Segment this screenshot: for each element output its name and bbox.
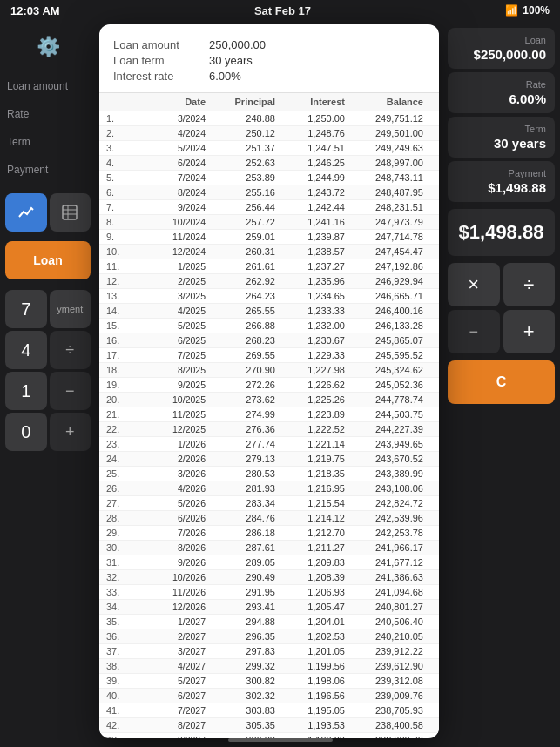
center-content: Loan amount 250,000.00 Loan term 30 year… bbox=[96, 21, 442, 747]
cell-date: 11/2025 bbox=[136, 409, 206, 420]
status-day: Sat Feb 17 bbox=[254, 4, 311, 17]
cell-balance: 243,670.52 bbox=[345, 454, 423, 464]
cell-interest: 1,247.51 bbox=[275, 143, 345, 153]
minus-button[interactable]: − bbox=[448, 310, 500, 353]
cell-interest: 1,225.26 bbox=[275, 394, 345, 405]
cell-principal: 248.88 bbox=[206, 113, 275, 124]
cell-principal: 277.74 bbox=[206, 439, 275, 449]
cell-num: 43. bbox=[106, 735, 136, 738]
table-row: 20. 10/2025 273.62 1,225.26 244,778.74 bbox=[99, 393, 439, 407]
plus-left-button[interactable]: + bbox=[50, 413, 91, 451]
table-row: 33. 11/2026 291.95 1,206.93 241,094.68 bbox=[99, 585, 439, 600]
cell-principal: 273.62 bbox=[206, 394, 275, 405]
cell-interest: 1,229.33 bbox=[275, 350, 345, 360]
cell-principal: 269.55 bbox=[206, 350, 275, 360]
cell-interest: 1,201.05 bbox=[275, 646, 345, 656]
cell-balance: 247,973.79 bbox=[345, 217, 423, 227]
cell-balance: 249,501.00 bbox=[345, 128, 423, 138]
cell-date: 8/2026 bbox=[136, 542, 206, 553]
cell-interest: 1,223.89 bbox=[275, 409, 345, 420]
cell-principal: 274.99 bbox=[206, 409, 275, 420]
payment-right: $1,498.88 bbox=[456, 180, 546, 195]
table-view-button[interactable] bbox=[50, 193, 91, 232]
clear-button[interactable]: C bbox=[448, 360, 555, 404]
cell-interest: 1,212.70 bbox=[275, 528, 345, 538]
cell-principal: 252.63 bbox=[206, 158, 275, 168]
cell-principal: 300.82 bbox=[206, 676, 275, 686]
cell-date: 9/2024 bbox=[136, 202, 206, 212]
cell-principal: 283.34 bbox=[206, 498, 275, 508]
cell-num: 8. bbox=[106, 217, 136, 227]
cell-num: 29. bbox=[106, 528, 136, 538]
cell-num: 31. bbox=[106, 557, 136, 568]
cell-interest: 1,241.16 bbox=[275, 217, 345, 227]
payment-box: Payment $1,498.88 bbox=[448, 161, 555, 202]
loan-term-modal-value: 30 years bbox=[209, 54, 253, 67]
cell-date: 8/2024 bbox=[136, 187, 206, 198]
minus-left-button[interactable]: − bbox=[50, 372, 91, 410]
cell-principal: 286.18 bbox=[206, 528, 275, 538]
num-4-button[interactable]: 4 bbox=[5, 331, 47, 369]
cell-date: 7/2024 bbox=[136, 172, 206, 183]
cell-num: 12. bbox=[106, 276, 136, 286]
loan-button[interactable]: Loan bbox=[5, 241, 91, 279]
cell-balance: 244,503.75 bbox=[345, 409, 423, 420]
cell-num: 15. bbox=[106, 320, 136, 331]
cell-balance: 243,949.65 bbox=[345, 439, 423, 449]
left-sidebar: ⚙️ Loan amount Rate Term Payment bbox=[0, 21, 96, 747]
divide-button[interactable]: ÷ bbox=[503, 263, 556, 306]
cell-interest: 1,195.05 bbox=[275, 705, 345, 716]
cell-interest: 1,238.57 bbox=[275, 246, 345, 257]
rate-right: 6.00% bbox=[456, 91, 546, 106]
num-7-button[interactable]: 7 bbox=[5, 290, 47, 328]
cell-balance: 248,743.11 bbox=[345, 172, 423, 183]
table-row: 28. 6/2026 284.76 1,214.12 242,539.96 bbox=[99, 511, 439, 526]
cell-balance: 239,912.22 bbox=[345, 646, 423, 656]
num-0-button[interactable]: 0 bbox=[5, 413, 47, 451]
cell-balance: 238,400.58 bbox=[345, 720, 423, 730]
cell-num: 7. bbox=[106, 202, 136, 212]
cell-date: 11/2024 bbox=[136, 232, 206, 242]
cell-num: 37. bbox=[106, 646, 136, 656]
table-row: 29. 7/2026 286.18 1,212.70 242,253.78 bbox=[99, 526, 439, 541]
right-sidebar: Loan $250,000.00 Rate 6.00% Term 30 year… bbox=[442, 21, 560, 747]
table-row: 14. 4/2025 265.55 1,233.33 246,400.16 bbox=[99, 304, 439, 319]
cell-num: 14. bbox=[106, 306, 136, 316]
cell-principal: 253.89 bbox=[206, 172, 275, 183]
cell-principal: 270.90 bbox=[206, 365, 275, 375]
cell-interest: 1,216.95 bbox=[275, 483, 345, 494]
table-row: 39. 5/2027 300.82 1,198.06 239,312.08 bbox=[99, 674, 439, 689]
payment-display-small: yment bbox=[50, 290, 91, 328]
multiply-button[interactable]: × bbox=[448, 263, 500, 306]
cell-date: 3/2025 bbox=[136, 291, 206, 301]
table-row: 27. 5/2026 283.34 1,215.54 242,824.72 bbox=[99, 496, 439, 511]
col-header-num bbox=[106, 97, 136, 107]
cell-balance: 244,778.74 bbox=[345, 394, 423, 405]
plus-button[interactable]: + bbox=[503, 310, 556, 353]
cell-balance: 241,094.68 bbox=[345, 587, 423, 597]
amort-table-body[interactable]: 1. 3/2024 248.88 1,250.00 249,751.12 2. … bbox=[99, 111, 439, 738]
cell-interest: 1,248.76 bbox=[275, 128, 345, 138]
cell-date: 1/2026 bbox=[136, 439, 206, 449]
cell-num: 18. bbox=[106, 365, 136, 375]
cell-interest: 1,222.52 bbox=[275, 424, 345, 434]
cell-date: 2/2025 bbox=[136, 276, 206, 286]
divide-left-button[interactable]: ÷ bbox=[50, 331, 91, 369]
chart-view-button[interactable] bbox=[5, 193, 47, 232]
cell-interest: 1,239.87 bbox=[275, 232, 345, 242]
cell-num: 36. bbox=[106, 631, 136, 642]
table-row: 4. 6/2024 252.63 1,246.25 248,997.00 bbox=[99, 156, 439, 171]
cell-num: 28. bbox=[106, 513, 136, 523]
cell-date: 5/2027 bbox=[136, 676, 206, 686]
num-1-button[interactable]: 1 bbox=[5, 372, 47, 410]
settings-icon[interactable]: ⚙️ bbox=[30, 30, 65, 64]
table-row: 35. 1/2027 294.88 1,204.01 240,506.40 bbox=[99, 615, 439, 629]
cell-date: 7/2027 bbox=[136, 705, 206, 716]
loan-amount-box: Loan $250,000.00 bbox=[448, 28, 555, 69]
cell-balance: 245,595.52 bbox=[345, 350, 423, 360]
cell-balance: 241,386.63 bbox=[345, 572, 423, 582]
cell-num: 41. bbox=[106, 705, 136, 716]
cell-principal: 276.36 bbox=[206, 424, 275, 434]
table-row: 31. 9/2026 289.05 1,209.83 241,677.12 bbox=[99, 555, 439, 570]
cell-principal: 256.44 bbox=[206, 202, 275, 212]
